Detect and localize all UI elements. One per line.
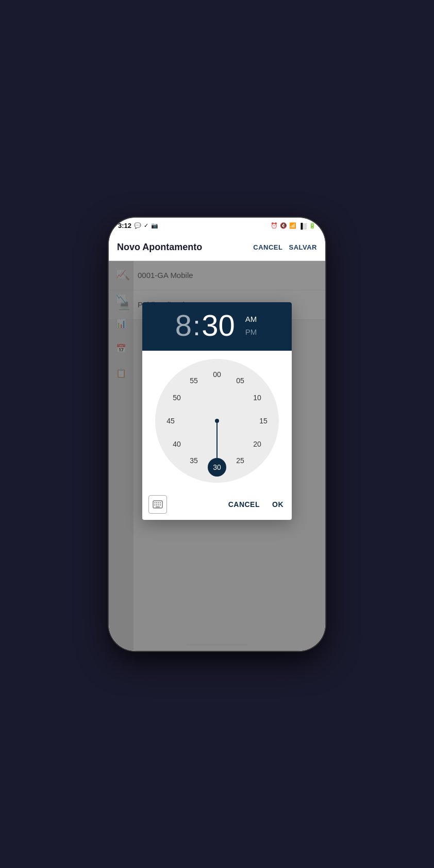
- clock-center-dot: [215, 419, 219, 423]
- clock-number-50[interactable]: 50: [173, 394, 181, 402]
- time-colon: :: [193, 312, 201, 339]
- svg-rect-8: [160, 504, 161, 505]
- clock-number-15[interactable]: 15: [259, 417, 268, 425]
- clock-number-55[interactable]: 55: [190, 376, 198, 385]
- keyboard-icon: [153, 500, 163, 509]
- svg-rect-1: [155, 502, 156, 503]
- time-minutes[interactable]: 30: [202, 310, 235, 340]
- time-display: 8 : 30: [175, 310, 235, 340]
- phone-screen: 3:12 💬 ✓ 📷 ⏰ 🔇 📶 ▐░ 🔋 Novo Apontamento C…: [109, 218, 325, 651]
- home-bar: [186, 644, 248, 646]
- app-header: Novo Apontamento CANCEL SALVAR: [109, 234, 325, 261]
- clock-number-20[interactable]: 20: [253, 440, 261, 448]
- image-icon: 📷: [151, 222, 158, 229]
- time-header: 8 : 30 AM PM: [142, 302, 292, 351]
- save-button[interactable]: SALVAR: [289, 243, 317, 251]
- status-time: 3:12: [118, 222, 131, 230]
- status-left: 3:12 💬 ✓ 📷: [118, 222, 158, 230]
- status-right-icons: ⏰ 🔇 📶 ▐░ 🔋: [271, 222, 316, 229]
- timepicker-cancel-button[interactable]: CANCEL: [226, 497, 262, 512]
- timepicker-ok-button[interactable]: OK: [270, 497, 286, 512]
- keyboard-toggle-button[interactable]: [148, 495, 167, 514]
- cancel-button[interactable]: CANCEL: [253, 243, 282, 251]
- signal-icon: ▐░: [298, 223, 307, 229]
- clock-number-40[interactable]: 40: [173, 440, 181, 448]
- dialog-overlay: 8 : 30 AM PM: [109, 261, 325, 651]
- clock-number-25[interactable]: 25: [236, 456, 244, 465]
- clock-number-10[interactable]: 10: [253, 394, 261, 402]
- svg-rect-7: [158, 504, 159, 505]
- clock-number-05[interactable]: 05: [236, 376, 244, 385]
- svg-rect-2: [156, 502, 157, 503]
- mute-icon: 🔇: [280, 222, 287, 229]
- clock-selected-minute: 30: [208, 458, 226, 477]
- clock-hand: [216, 421, 218, 458]
- battery-icon: 🔋: [309, 222, 316, 229]
- clock-face[interactable]: 000510152025303540455055: [155, 359, 279, 483]
- app-content: 🔨 0001-GA Mobile 💻 Publicação PlayStore …: [109, 261, 325, 651]
- clock-number-00[interactable]: 00: [213, 370, 221, 379]
- security-icon: ✓: [144, 222, 148, 229]
- dialog-actions: CANCEL OK: [142, 491, 292, 520]
- clock-number-45[interactable]: 45: [166, 417, 175, 425]
- phone-shell: 3:12 💬 ✓ 📷 ⏰ 🔇 📶 ▐░ 🔋 Novo Apontamento C…: [109, 218, 325, 651]
- alarm-icon: ⏰: [271, 222, 278, 229]
- time-hours[interactable]: 8: [175, 310, 192, 340]
- header-actions: CANCEL SALVAR: [253, 243, 317, 251]
- whatsapp-icon: 💬: [134, 222, 141, 229]
- am-button[interactable]: AM: [243, 313, 259, 325]
- svg-rect-4: [160, 502, 161, 503]
- svg-rect-9: [156, 506, 160, 507]
- svg-rect-3: [158, 502, 159, 503]
- time-picker-dialog: 8 : 30 AM PM: [142, 302, 292, 520]
- svg-rect-5: [155, 504, 156, 505]
- svg-rect-6: [156, 504, 157, 505]
- clock-container: 000510152025303540455055: [142, 351, 292, 491]
- status-bar: 3:12 💬 ✓ 📷 ⏰ 🔇 📶 ▐░ 🔋: [109, 218, 325, 234]
- clock-number-35[interactable]: 35: [190, 456, 198, 465]
- dialog-buttons: CANCEL OK: [226, 497, 286, 512]
- page-title: Novo Apontamento: [117, 242, 202, 253]
- time-ampm: AM PM: [243, 313, 259, 338]
- pm-button[interactable]: PM: [243, 325, 259, 338]
- wifi-icon: 📶: [289, 222, 296, 229]
